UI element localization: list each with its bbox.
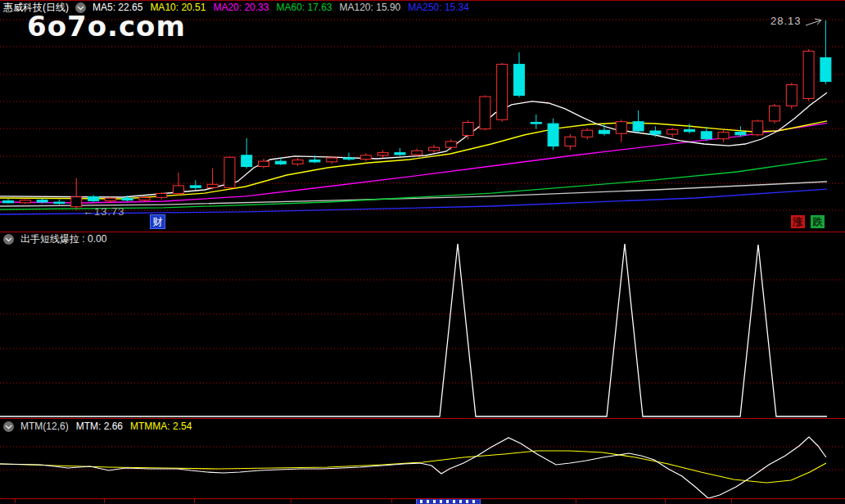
chevron-down-icon[interactable] xyxy=(3,234,14,245)
candle-45 xyxy=(770,106,780,121)
time-axis-tick xyxy=(731,499,732,503)
app-window: 惠威科技(日线) MA5: 22.65MA10: 20.51MA20: 20.3… xyxy=(0,0,845,504)
time-axis-tick xyxy=(665,499,666,503)
candle-33 xyxy=(565,137,576,146)
candle-18 xyxy=(310,160,320,162)
candle-8 xyxy=(139,197,150,200)
time-axis-tick xyxy=(291,499,291,503)
candle-19 xyxy=(327,158,337,162)
mtm-legend-item: MTMMA: 2.54 xyxy=(130,421,192,433)
candle-27 xyxy=(463,123,473,136)
candle-13 xyxy=(224,157,235,187)
candle-4 xyxy=(71,197,82,207)
ma-legend-item: MA20: 20.33 xyxy=(213,2,269,14)
mtm-panel-header: MTM(12,6)MTM: 2.66MTMMA: 2.54 xyxy=(3,421,192,433)
candle-38 xyxy=(650,131,661,134)
candle-3 xyxy=(54,202,65,204)
ma-legend-item: MA60: 17.63 xyxy=(276,2,332,14)
candle-43 xyxy=(735,133,746,135)
candle-12 xyxy=(207,184,218,187)
selected-date-box[interactable] xyxy=(416,499,481,504)
candle-0 xyxy=(3,200,14,202)
selected-date-label-clipped xyxy=(420,500,477,503)
candle-11 xyxy=(190,186,201,187)
ma-legend-item: MA120: 15.90 xyxy=(340,2,401,14)
finance-badge[interactable]: 财 xyxy=(150,214,165,229)
signal-indicator-label: 出手短线爆拉 : 0.00 xyxy=(20,233,106,245)
rise-button[interactable]: 涨 xyxy=(791,215,805,228)
chevron-down-icon[interactable] xyxy=(3,421,14,432)
candle-23 xyxy=(395,153,405,155)
candle-10 xyxy=(174,186,184,194)
mtm-legend-item: MTM: 2.66 xyxy=(76,421,123,433)
candle-46 xyxy=(786,85,797,106)
candle-39 xyxy=(667,129,678,134)
candle-37 xyxy=(633,122,644,131)
candle-28 xyxy=(480,97,490,129)
candle-16 xyxy=(275,161,286,164)
watermark: 6o7o.com xyxy=(27,10,186,43)
time-axis-tick xyxy=(391,499,392,503)
signal-spike-line xyxy=(0,244,827,416)
candle-2 xyxy=(37,200,47,202)
candle-26 xyxy=(445,142,456,147)
candle-42 xyxy=(718,133,729,139)
candle-6 xyxy=(105,198,115,200)
candle-17 xyxy=(292,160,303,164)
mtm-line-MTMMA xyxy=(0,451,826,483)
signal-indicator-chart xyxy=(0,232,845,418)
candle-44 xyxy=(752,121,763,135)
candle-41 xyxy=(701,132,712,139)
panel-divider-1 xyxy=(0,232,845,232)
candle-7 xyxy=(122,198,133,200)
low-price-annotation: ←13.73 xyxy=(83,205,125,218)
candle-14 xyxy=(242,155,252,167)
stock-title: 惠威科技(日线) xyxy=(3,2,69,14)
candle-24 xyxy=(412,151,422,155)
candle-31 xyxy=(531,123,541,124)
ma-legend-item: MA10: 20.51 xyxy=(150,2,206,14)
candle-47 xyxy=(803,52,814,99)
candle-30 xyxy=(514,65,525,96)
candle-25 xyxy=(429,147,440,151)
ma-legend: MA5: 22.65MA10: 20.51MA20: 20.33MA60: 17… xyxy=(93,2,469,14)
main-chart-header: 惠威科技(日线) MA5: 22.65MA10: 20.51MA20: 20.3… xyxy=(3,2,469,14)
mtm-legend-item: MTM(12,6) xyxy=(20,421,69,433)
candle-32 xyxy=(548,124,558,146)
candle-9 xyxy=(156,194,167,198)
ma-line-MA5 xyxy=(0,92,827,197)
candle-1 xyxy=(20,200,30,203)
candle-5 xyxy=(88,197,99,201)
time-axis-tick xyxy=(15,499,16,503)
candle-36 xyxy=(616,122,626,134)
time-axis-tick xyxy=(194,499,195,503)
panel-divider-2 xyxy=(0,418,845,419)
candle-21 xyxy=(360,155,371,160)
ma-legend-item: MA5: 22.65 xyxy=(93,2,142,14)
signal-panel-header: 出手短线爆拉 : 0.00 xyxy=(3,233,106,245)
ma-legend-item: MA250: 15.34 xyxy=(408,2,469,14)
time-axis-tick xyxy=(576,499,576,503)
fall-button[interactable]: 跌 xyxy=(811,215,825,228)
chevron-down-icon[interactable] xyxy=(75,2,86,13)
time-axis-tick xyxy=(104,499,105,503)
candle-29 xyxy=(497,65,508,120)
candle-35 xyxy=(599,130,610,133)
candle-20 xyxy=(344,158,355,160)
candle-40 xyxy=(685,129,695,131)
candle-34 xyxy=(582,130,593,137)
mtm-legend: MTM(12,6)MTM: 2.66MTMMA: 2.54 xyxy=(20,421,192,433)
candle-48 xyxy=(820,58,831,82)
candle-22 xyxy=(377,153,388,155)
high-price-annotation: 28.13 xyxy=(770,15,802,27)
candle-15 xyxy=(259,161,269,166)
